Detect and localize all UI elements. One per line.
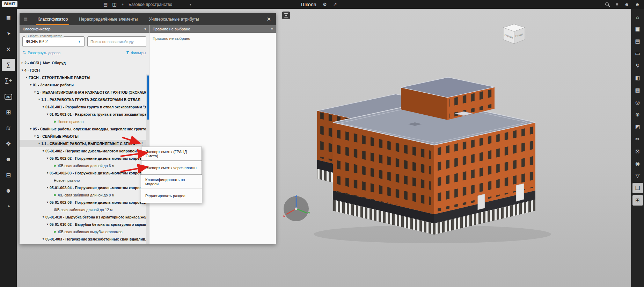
filter-elements-icon[interactable]: ▽ [632,171,643,181]
tree-row[interactable]: ▾05-01-010 - Вырубка бетона из арматурно… [20,213,149,221]
caret-down-icon[interactable]: ▾ [45,201,50,204]
tree-row[interactable]: ЖБ свая забивная длиной до 8 м [20,191,149,199]
hierarchy-icon[interactable]: ⊞ [2,106,15,119]
hide-box-icon[interactable]: ⊠ [632,146,643,157]
view-cube[interactable]: Справа Сзади [500,22,528,50]
context-menu-item[interactable]: Редактировать раздел [141,189,202,203]
share-icon[interactable]: ↗ [333,2,337,7]
layers-icon[interactable]: ▤ [632,36,643,46]
estimate-add-icon[interactable]: ∑+ [2,74,15,87]
tree-row[interactable]: ▾05-01-010-02 - Вырубка бетона из армату… [20,221,149,228]
tree-row[interactable]: ▾01-01-001-01 - Разработка грунта в отва… [20,110,149,118]
account-circle-icon[interactable]: ☻ [624,2,629,7]
caret-down-icon[interactable]: ▾ [41,149,45,152]
tree-row[interactable]: ЖБ свая забивная длиной до 12 м [20,206,149,213]
classifier-select[interactable]: Выбрать классификатор ФСНБ КР 2 ▼ [22,36,85,47]
charts-icon[interactable]: ≋ [2,122,15,134]
add-view-icon[interactable]: ⊕ [632,109,643,120]
grid-icon[interactable]: ▦ [632,85,643,95]
clash-icon[interactable]: ↯ [632,60,643,71]
context-menu-item[interactable]: Экспорт сметы (ГРАНД Смета) [141,147,202,161]
tree-row[interactable]: ▾05-01-002-04 - Погружение дизель-молото… [20,184,149,191]
search-icon[interactable] [605,2,610,7]
tree-search[interactable] [87,36,146,47]
navigation-gizmo[interactable]: Z X Y [281,194,312,225]
activity-history-icon[interactable]: ◔ [2,200,15,213]
tree-row[interactable]: Новое правило [20,177,149,184]
tree-row[interactable]: ▸2 - ФСБЦ_Мат_Оборуд [20,59,149,66]
caret-down-icon[interactable]: ▾ [45,186,50,189]
shared-folder-icon[interactable]: ⊟ [2,169,15,181]
chevron-down-icon[interactable]: ▾ [144,27,146,31]
tree-row[interactable]: ▾01-01-001 - Разработка грунта в отвал э… [20,103,149,110]
paint-icon[interactable]: ❏ [632,183,643,193]
caret-right-icon[interactable]: ▸ [20,61,24,64]
caret-down-icon[interactable]: ▾ [41,215,45,218]
views-icon[interactable]: ▣ [632,24,643,34]
user-location-icon[interactable]: ☻ [2,185,15,197]
tree-row[interactable]: ▾1.1 - РАЗРАБОТКА ГРУНТА ЭКСКАВАТОРАМИ В… [20,96,149,103]
tree-row[interactable]: ▾05-01-003 - Погружение железобетонных с… [20,235,149,243]
tree-row[interactable]: ▾1 - СВАЙНЫЕ РАБОТЫ [20,132,149,140]
tree-row[interactable]: ЖБ свая забивная длиной до 6 м [20,162,149,169]
caret-down-icon[interactable]: ▾ [45,171,50,174]
caret-down-icon[interactable]: ▾ [29,127,33,130]
caret-down-icon[interactable]: ▾ [45,113,50,116]
tree-row[interactable]: ▾05-01-002-03 - Погружение дизель-молото… [20,169,149,177]
caret-down-icon[interactable]: ▾ [41,237,45,241]
team-icon[interactable]: ◫ [112,2,116,7]
plugins-icon[interactable]: ❖ [2,137,15,150]
menu-lines-icon[interactable]: ≡ [616,2,619,7]
chevron-down-icon[interactable]: ▾ [271,27,273,31]
tree-row[interactable]: ▾05 - Свайные работы, опускные колодцы, … [20,125,149,132]
row-menu-icon[interactable]: ⋮ [140,141,145,146]
history-icon[interactable]: ◔ [121,2,124,7]
tree-row[interactable]: Новое правило [20,118,149,125]
caret-down-icon[interactable]: ▾ [45,223,50,226]
caret-down-icon[interactable]: ▾ [37,98,41,101]
section-box-icon[interactable]: ◧ [632,73,643,83]
caret-down-icon[interactable]: ▾ [33,135,37,138]
select-pointer-icon[interactable]: ➤ [2,27,15,40]
capture-region-icon[interactable] [282,12,290,19]
tree-row[interactable]: ▾01 - Земляные работы [20,81,149,88]
case-icon[interactable]: ▤ [103,2,108,7]
caret-down-icon[interactable]: ▾ [20,69,24,72]
clip-plane-icon[interactable]: ◩ [632,122,643,132]
measure-icon[interactable]: ▭ [632,48,643,59]
filters-link[interactable]: Фильтры [126,51,146,55]
tree-row[interactable]: ▾05-01-002 - Погружение дизель-молотом к… [20,147,149,155]
focus-icon[interactable]: ◎ [632,97,643,108]
caret-down-icon[interactable]: ▾ [24,76,29,79]
user-icon[interactable]: ☻ [635,2,640,7]
visibility-icon[interactable]: ◉ [632,158,643,169]
caret-down-icon[interactable]: ▾ [45,157,50,160]
tree-scrollbar-thumb[interactable] [147,76,149,120]
tree-row[interactable]: ▾4 - ГЭСН [20,66,149,74]
fit-view-icon[interactable]: ⌂ [632,12,643,22]
collapse-panel-icon[interactable]: ≣ [23,16,28,22]
tree-row[interactable]: ЖБ свая забивная вырубка оголовков [20,228,149,235]
tree-row[interactable]: ▾05-01-002-06 - Погружение дизель-молото… [20,199,149,206]
users-icon[interactable]: ☻ [2,153,15,166]
panel-tab[interactable]: Нераспределённые элементы [78,13,139,25]
context-menu-item[interactable]: Экспорт сметы через плагин [141,161,202,175]
cut-icon[interactable]: ✂ [632,134,643,144]
settings-gear-icon[interactable]: ⚙ [323,2,327,7]
tree-row[interactable]: ▾05-01-002-02 - Погружение дизель-молото… [20,155,149,162]
panel-tab[interactable]: Классификатор [36,13,69,25]
classifier-section-header[interactable]: Классификатор ▾ [20,25,149,33]
tree-row[interactable]: ▾ГЭСН - СТРОИТЕЛЬНЫЕ РАБОТЫ [20,74,149,81]
classifier-sigma-icon[interactable]: ∑ [2,59,15,71]
panel-tab[interactable]: Универсальные атрибуты [147,13,200,25]
rule-section-header[interactable]: Правило не выбрано ▾ [149,25,276,33]
2d-view-icon[interactable]: 2D [2,90,15,103]
caret-down-icon[interactable]: ▾ [37,142,41,145]
settings-view-icon[interactable]: ⊞ [632,195,643,206]
relations-icon[interactable]: ✕ [2,43,15,56]
tree-row[interactable]: ▾1.1 - СВАЙНЫЕ РАБОТЫ, ВЫПОЛНЯЕМЫЕ С ЗЕМ… [20,140,149,147]
caret-down-icon[interactable]: ▾ [41,105,45,108]
tree-row[interactable]: ▾1 - МЕХАНИЗИРОВАННАЯ РАЗРАБОТКА ГРУНТОВ… [20,88,149,96]
close-icon[interactable]: ✕ [266,16,271,22]
workspace-selector[interactable]: Базовое пространство ▾ [129,0,191,9]
